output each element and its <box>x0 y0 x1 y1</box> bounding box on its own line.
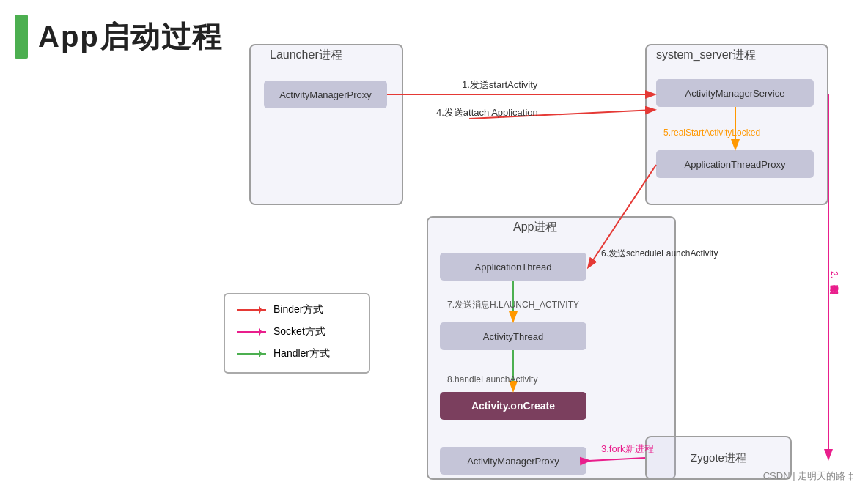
svg-text:1.发送startActivity: 1.发送startActivity <box>462 79 538 90</box>
watermark: CSDN | 走明天的路 ‡ <box>763 470 853 483</box>
app-thread-box: ApplicationThread <box>440 253 586 281</box>
handler-label: Handler方式 <box>273 347 330 360</box>
atp-box: ApplicationThreadProxy <box>656 150 814 178</box>
title-area: App启动过程 <box>15 15 223 59</box>
title-bar <box>15 15 28 59</box>
svg-line-2 <box>469 110 654 119</box>
activity-thread-box: ActivityThread <box>440 322 586 350</box>
socket-arrow-icon <box>237 331 266 333</box>
launcher-label: Launcher进程 <box>270 48 342 63</box>
legend-box: Binder方式 Socket方式 Handler方式 <box>224 293 370 374</box>
launcher-amp-proxy: ActivityManagerProxy <box>264 81 387 108</box>
activity-oncreate-box: Activity.onCreate <box>440 392 586 420</box>
svg-text:2.发送创建进程的请求: 2.发送创建进程的请求 <box>829 271 839 294</box>
zygote-label: Zygote进程 <box>691 451 746 465</box>
socket-label: Socket方式 <box>273 325 326 338</box>
legend-handler: Handler方式 <box>237 347 357 360</box>
svg-text:4.发送attach Application: 4.发送attach Application <box>436 107 538 118</box>
app-process-label: App进程 <box>513 220 557 235</box>
ams-box: ActivityManagerService <box>656 79 814 107</box>
binder-label: Binder方式 <box>273 303 323 316</box>
handler-arrow-icon <box>237 353 266 355</box>
launcher-process-box <box>249 44 403 205</box>
binder-arrow-icon <box>237 309 266 311</box>
page-title: App启动过程 <box>38 17 223 57</box>
legend-binder: Binder方式 <box>237 303 357 316</box>
amp-proxy-bottom-box: ActivityManagerProxy <box>440 447 586 475</box>
system-server-label: system_server进程 <box>656 48 756 63</box>
system-server-box <box>645 44 828 205</box>
page-container: App启动过程 Launcher进程 ActivityManagerProxy … <box>0 0 868 493</box>
legend-socket: Socket方式 <box>237 325 357 338</box>
